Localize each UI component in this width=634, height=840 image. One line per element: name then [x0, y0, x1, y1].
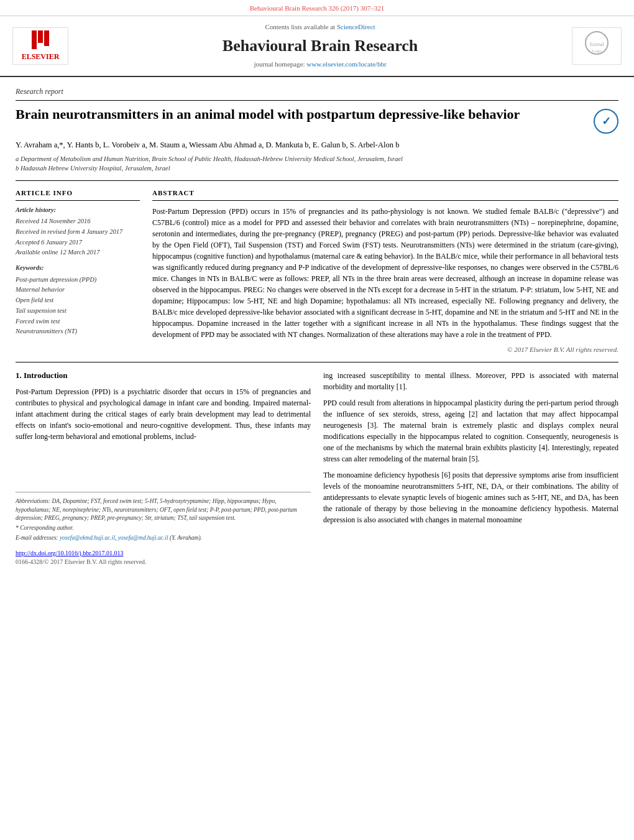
paper-title: Brain neurotransmitters in an animal mod…	[16, 106, 587, 124]
article-info-col: ARTICLE INFO Article history: Received 1…	[16, 188, 140, 354]
intro-para-1: Post-Partum Depression (PPD) is a psychi…	[16, 386, 311, 442]
authors-text: Y. Avraham a,*, Y. Hants b, L. Vorobeiv …	[16, 141, 399, 149]
report-type: Research report	[16, 86, 618, 101]
issn-text: 0166-4328/© 2017 Elsevier B.V. All right…	[16, 558, 146, 565]
logo-bar-3	[44, 30, 49, 46]
abstract-heading: ABSTRACT	[152, 188, 618, 200]
keyword-3: Open field test	[16, 296, 140, 305]
journal-header: ELSEVIER Contents lists available at Sci…	[0, 16, 634, 76]
crossmark-icon[interactable]: ✓	[594, 109, 618, 134]
journal-center: Contents lists available at ScienceDirec…	[75, 22, 566, 69]
doi-link[interactable]: http://dx.doi.org/10.1016/j.bbr.2017.01.…	[16, 550, 123, 556]
intro-para-4: The monoamine deficiency hypothesis [6] …	[323, 469, 618, 525]
keyword-5: Forced swim test	[16, 317, 140, 326]
email-line: E-mail addresses: yosefa@ekmd.huji.ac.il…	[16, 534, 311, 542]
keyword-6: Neurotransmitters (NT)	[16, 327, 140, 336]
abbreviations-text: Abbreviations: DA, Dopamine; FST, forced…	[16, 497, 311, 522]
body-content: 1. Introduction Post-Partum Depression (…	[16, 362, 618, 566]
logo-bar-1	[32, 30, 37, 49]
article-history-label: Article history:	[16, 206, 140, 215]
main-content: Research report Brain neurotransmitters …	[0, 77, 634, 576]
email-link-2[interactable]: yosefa@md.huji.ac.il	[118, 535, 168, 541]
copyright: © 2017 Elsevier B.V. All rights reserved…	[152, 345, 618, 354]
logo-graphic	[32, 30, 49, 49]
section-1-title: 1. Introduction	[16, 370, 311, 381]
accepted-date: Accepted 6 January 2017	[16, 238, 140, 247]
received-date: Received 14 November 2016	[16, 217, 140, 226]
keywords-label: Keywords:	[16, 264, 140, 273]
journal-homepage-link[interactable]: www.elsevier.com/locate/bbr	[306, 60, 386, 68]
received-revised-date: Received in revised form 4 January 2017	[16, 228, 140, 237]
abstract-col: ABSTRACT Post-Partum Depression (PPD) oc…	[152, 188, 618, 354]
journal-citation-bar: Behavioural Brain Research 326 (2017) 30…	[0, 0, 634, 16]
elsevier-logo: ELSEVIER	[12, 27, 68, 65]
affiliation-a: a Department of Metabolism and Human Nut…	[16, 155, 618, 164]
svg-text:Journal: Journal	[589, 42, 604, 47]
abstract-text: Post-Partum Depression (PPD) occurs in 1…	[152, 206, 618, 340]
intro-para-3: PPD could result from alterations in hip…	[323, 397, 618, 464]
journal-title: Behavioural Brain Research	[75, 35, 566, 57]
article-info-abstract: ARTICLE INFO Article history: Received 1…	[16, 180, 618, 354]
elsevier-label: ELSEVIER	[22, 52, 60, 62]
affiliations: a Department of Metabolism and Human Nut…	[16, 155, 618, 173]
journal-citation: Behavioural Brain Research 326 (2017) 30…	[250, 4, 385, 12]
body-right-col: ing increased susceptibility to mental i…	[323, 370, 618, 566]
doi-section: http://dx.doi.org/10.1016/j.bbr.2017.01.…	[16, 549, 311, 566]
email-link-1[interactable]: yosefa@ekmd.huji.ac.il	[60, 535, 115, 541]
keywords-section: Keywords: Post-partum depression (PPD) M…	[16, 264, 140, 336]
journal-right-logo: Journal Logo	[572, 27, 622, 65]
journal-homepage-line: journal homepage: www.elsevier.com/locat…	[75, 60, 566, 69]
footnotes: Abbreviations: DA, Dopamine; FST, forced…	[16, 492, 311, 542]
logo-bar-2	[38, 30, 43, 43]
svg-text:Logo: Logo	[592, 48, 602, 53]
keyword-2: Maternal behavior	[16, 285, 140, 295]
body-two-col: 1. Introduction Post-Partum Depression (…	[16, 370, 618, 566]
sciencedirect-link[interactable]: ScienceDirect	[337, 23, 375, 30]
authors-line: Y. Avraham a,*, Y. Hants b, L. Vorobeiv …	[16, 140, 618, 151]
paper-title-section: Brain neurotransmitters in an animal mod…	[16, 106, 618, 134]
intro-para-2: ing increased susceptibility to mental i…	[323, 370, 618, 392]
keyword-4: Tail suspension test	[16, 307, 140, 316]
article-info-heading: ARTICLE INFO	[16, 188, 140, 200]
affiliation-b: b Hadassah Hebrew University Hospital, J…	[16, 164, 618, 173]
footnote-spacer: Abbreviations: DA, Dopamine; FST, forced…	[16, 492, 311, 566]
available-date: Available online 12 March 2017	[16, 248, 140, 257]
sciencedirect-line: Contents lists available at ScienceDirec…	[75, 22, 566, 32]
body-left-col: 1. Introduction Post-Partum Depression (…	[16, 370, 311, 566]
corresponding-author: * Corresponding author.	[16, 524, 311, 532]
keyword-1: Post-partum depression (PPD)	[16, 275, 140, 285]
